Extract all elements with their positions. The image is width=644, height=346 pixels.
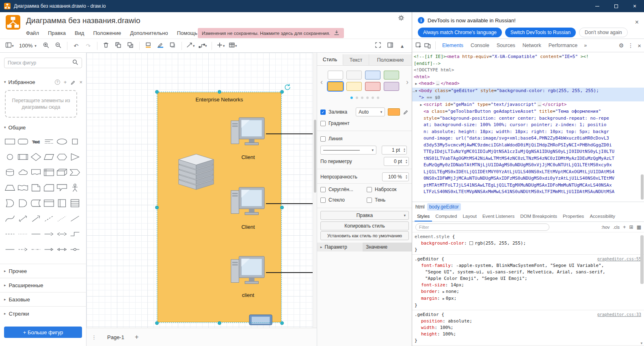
styles-tab-properties[interactable]: Properties bbox=[560, 212, 586, 221]
edit-fill-pencil-icon[interactable] bbox=[403, 109, 408, 115]
preset-swatch[interactable] bbox=[365, 82, 380, 91]
shape-document[interactable] bbox=[29, 165, 42, 180]
format-panel-toggle[interactable] bbox=[385, 41, 395, 51]
shape-dashed-arrow[interactable] bbox=[16, 242, 29, 257]
tree-line[interactable]: <a class="geToolbarButton geAdaptiveAsse… bbox=[412, 108, 644, 115]
fullscreen-button[interactable] bbox=[372, 41, 383, 51]
edit-style-dropdown[interactable]: Правка▾ bbox=[320, 211, 409, 220]
shape-bidirectional-edge[interactable] bbox=[55, 226, 68, 242]
shape-cloud[interactable] bbox=[16, 165, 29, 180]
dont-show-again-button[interactable]: Don't show again bbox=[579, 28, 628, 37]
shape-cylinder[interactable] bbox=[3, 165, 16, 180]
copy-style-button[interactable]: Копировать стиль bbox=[320, 221, 409, 230]
shape-dashed-line[interactable] bbox=[42, 211, 55, 226]
devtools-tab-sources[interactable]: Sources bbox=[495, 39, 517, 52]
shape-cube[interactable] bbox=[55, 165, 68, 180]
selection-handle[interactable] bbox=[155, 206, 159, 209]
gradient-checkbox[interactable] bbox=[320, 121, 326, 126]
shape-text[interactable]: Text bbox=[29, 134, 42, 149]
checkbox-icon[interactable] bbox=[320, 187, 326, 192]
format-tab-Положение[interactable]: Положение bbox=[369, 54, 412, 65]
line-style-select[interactable]: ▾ bbox=[320, 146, 376, 155]
minimize-button[interactable] bbox=[588, 0, 607, 12]
devtools-menu-icon[interactable]: ⋮ bbox=[628, 42, 633, 49]
preset-swatch[interactable] bbox=[384, 71, 399, 80]
format-tab-Стиль[interactable]: Стиль bbox=[317, 54, 343, 65]
css-property[interactable]: width: 100%; bbox=[415, 325, 641, 331]
section-Прочее[interactable]: ▸Прочее bbox=[0, 264, 86, 278]
section-Расширенные[interactable]: ▸Расширенные bbox=[0, 278, 86, 292]
connection-style-button[interactable]: ▾ bbox=[185, 41, 196, 51]
color-swatch-icon[interactable] bbox=[469, 241, 473, 245]
shape-rounded-rectangle[interactable] bbox=[16, 134, 29, 149]
shape-callout[interactable] bbox=[55, 180, 68, 196]
client-workstation-shape[interactable] bbox=[229, 186, 267, 221]
line-checkbox[interactable] bbox=[320, 136, 326, 142]
tree-scrollbar-thumb[interactable] bbox=[641, 174, 644, 200]
shape-search-box[interactable] bbox=[4, 58, 82, 68]
inspect-element-icon[interactable] bbox=[415, 42, 422, 49]
shape-square[interactable] bbox=[68, 134, 81, 149]
more-shapes-button[interactable]: + Больше фигур bbox=[4, 327, 82, 338]
selection-handle[interactable] bbox=[280, 90, 284, 94]
devtools-tab-network[interactable]: Network bbox=[521, 39, 543, 52]
undo-button[interactable]: ↶ bbox=[71, 41, 82, 51]
selection-handle[interactable] bbox=[155, 90, 159, 94]
drawing-canvas[interactable]: Enterprise Networks Client Client client bbox=[86, 53, 313, 328]
shape-labeled-edge[interactable] bbox=[68, 242, 81, 257]
preset-next-icon[interactable]: › bbox=[406, 78, 408, 86]
maximize-button[interactable] bbox=[607, 0, 625, 12]
selection-handle[interactable] bbox=[218, 321, 221, 325]
selection-handle[interactable] bbox=[218, 90, 221, 94]
close-icon[interactable]: × bbox=[79, 79, 82, 85]
to-front-button[interactable] bbox=[125, 41, 136, 51]
stylesheet-link[interactable]: grapheditor.css:55 bbox=[597, 256, 641, 262]
tree-line[interactable]: EuMzQgMy0zIDNabTAtMTNjLjU1IDAgMS0uNDUgMS… bbox=[412, 162, 644, 169]
edit-pencil-icon[interactable] bbox=[70, 80, 76, 85]
waypoints-button[interactable]: ▾ bbox=[197, 41, 208, 51]
new-style-rule-icon[interactable]: + bbox=[623, 224, 626, 230]
checkbox-Скруглён...[interactable]: Скруглён... bbox=[320, 187, 353, 192]
styles-tab-dom-breakpoints[interactable]: DOM Breakpoints bbox=[518, 212, 560, 221]
menu-item-Файл[interactable]: Файл bbox=[25, 29, 40, 37]
preset-swatch[interactable] bbox=[384, 82, 399, 91]
add-icon[interactable]: + bbox=[64, 79, 67, 85]
styles-filter-input[interactable] bbox=[415, 224, 549, 231]
tree-line[interactable]: LjQ1LTEgMS0xIDEtLjQ1IDEtMVY0YzAtLjU1LS40… bbox=[412, 169, 644, 176]
connector-edge[interactable] bbox=[266, 133, 313, 134]
fill-mode-select[interactable]: Auto▾ bbox=[356, 107, 385, 116]
shape-trapezoid[interactable] bbox=[3, 180, 16, 196]
devtools-tab-elements[interactable]: Elements bbox=[440, 39, 465, 52]
expand-arrow-icon[interactable]: ▸ bbox=[320, 245, 322, 249]
delete-button[interactable] bbox=[101, 41, 112, 51]
menu-item-Помощь[interactable]: Помощь bbox=[176, 29, 198, 37]
shape-internal-storage[interactable] bbox=[42, 165, 55, 180]
devtools-close-icon[interactable]: × bbox=[638, 42, 641, 49]
set-default-style-button[interactable]: Установить как стиль по умолчанию bbox=[320, 231, 409, 240]
tree-line[interactable]: style="background-position: center cente… bbox=[412, 115, 644, 122]
styles-tab-event-listeners[interactable]: Event Listeners bbox=[480, 212, 517, 221]
menu-item-Правка[interactable]: Правка bbox=[47, 29, 67, 37]
tree-line[interactable]: ▶<script id="geMain" type="text/javascri… bbox=[412, 101, 644, 109]
shape-plain-edge[interactable] bbox=[29, 226, 42, 242]
shape-thick-line[interactable] bbox=[3, 242, 16, 257]
shape-heading[interactable] bbox=[42, 134, 55, 149]
preset-swatch[interactable] bbox=[328, 71, 343, 80]
tree-line[interactable]: [endif]--> bbox=[412, 60, 644, 67]
shape-list[interactable] bbox=[68, 196, 81, 211]
shape-step[interactable] bbox=[68, 165, 81, 180]
css-property[interactable]: font-family: -apple-system, BlinkMacSyst… bbox=[415, 262, 641, 269]
stepper-icons[interactable]: ▲▼ bbox=[403, 146, 406, 154]
scrollbar-thumb[interactable] bbox=[314, 120, 316, 193]
shape-rectangle[interactable] bbox=[3, 134, 16, 149]
preset-page-dot[interactable] bbox=[356, 97, 358, 99]
shape-triangle[interactable] bbox=[68, 149, 81, 165]
tree-line[interactable]: ound-image: url("data:image/svg+xml;base… bbox=[412, 135, 644, 142]
rotate-handle-icon[interactable] bbox=[284, 84, 291, 90]
shape-connector[interactable] bbox=[68, 226, 81, 242]
expand-arrow-icon[interactable]: ▶ bbox=[414, 81, 419, 88]
shape-or[interactable] bbox=[3, 196, 16, 211]
breadcrumb-html[interactable]: html bbox=[415, 204, 425, 210]
shape-parallelogram[interactable] bbox=[42, 149, 55, 165]
server-stack-shape[interactable] bbox=[176, 153, 216, 192]
